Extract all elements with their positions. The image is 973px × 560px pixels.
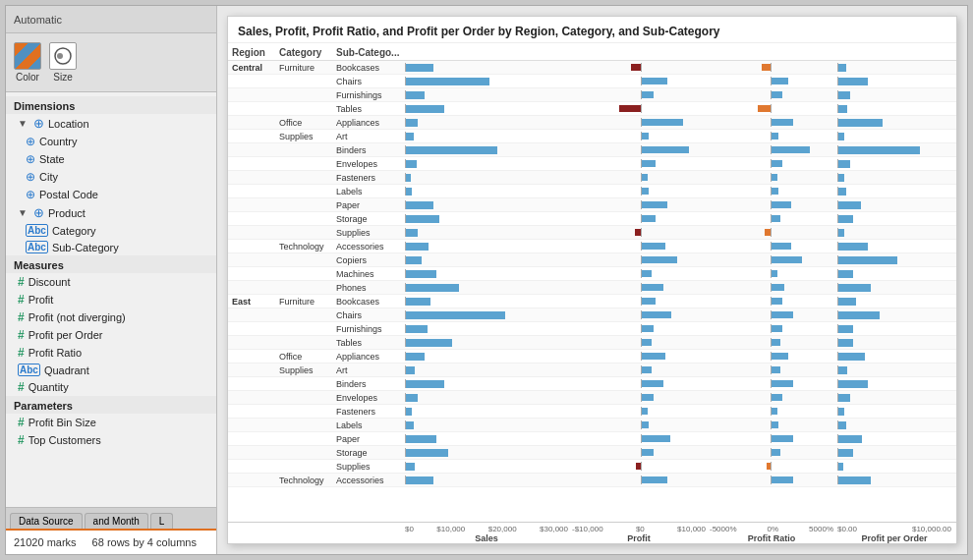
tab-data-source[interactable]: Data Source: [10, 513, 83, 529]
cell-subcat: Paper: [336, 434, 403, 444]
cell-ratio: [708, 364, 835, 375]
tab-l[interactable]: L: [150, 513, 174, 529]
sidebar-item-profit-not-diverging[interactable]: # Profit (not diverging): [6, 308, 216, 326]
cell-perorder: [835, 337, 953, 348]
cell-subcat: Envelopes: [336, 393, 403, 403]
cell-subcat: Storage: [336, 448, 403, 458]
sidebar-item-top-customers[interactable]: # Top Customers: [6, 431, 216, 449]
col-perorder-header: [835, 47, 953, 58]
sidebar-item-state[interactable]: ⊕ State: [6, 150, 216, 168]
cell-profit: [570, 117, 708, 128]
table-row: Tables: [228, 102, 956, 116]
state-label: State: [39, 153, 65, 165]
cell-sales: [403, 447, 570, 458]
perorder-axis-label: Profit per Order: [835, 533, 953, 543]
sidebar-item-profit-ratio[interactable]: # Profit Ratio: [6, 344, 216, 362]
cell-perorder: [835, 447, 953, 458]
sidebar-item-sub-category[interactable]: Abc Sub-Category: [6, 239, 216, 255]
expand-icon: ▼: [18, 207, 28, 218]
cell-perorder: [835, 131, 953, 141]
table-row: Office Appliances: [228, 116, 956, 130]
profit-per-order-label: Profit per Order: [29, 329, 103, 341]
cell-profit: [570, 406, 708, 417]
cell-ratio: [708, 241, 835, 252]
size-label: Size: [53, 72, 72, 83]
abc-icon: Abc: [26, 241, 48, 253]
cell-perorder: [835, 268, 953, 279]
ratio-axis-label: Profit Ratio: [708, 533, 835, 543]
cell-category: Technology: [279, 242, 336, 252]
cell-profit: [570, 420, 708, 430]
cell-perorder: [835, 62, 953, 73]
sidebar-item-city[interactable]: ⊕ City: [6, 168, 216, 186]
size-button[interactable]: Size: [49, 42, 77, 83]
cell-ratio: [708, 76, 835, 86]
postal-code-label: Postal Code: [39, 189, 98, 200]
cell-subcat: Phones: [336, 283, 403, 293]
tab-and-month[interactable]: and Month: [85, 513, 148, 529]
cell-profit: [570, 461, 708, 472]
location-group[interactable]: ▼ ⊕ Location: [6, 114, 216, 133]
table-row: Paper: [228, 198, 956, 212]
sidebar-item-country[interactable]: ⊕ Country: [6, 133, 216, 150]
sidebar-item-quadrant[interactable]: Abc Quadrant: [6, 362, 216, 378]
cell-ratio: [708, 392, 835, 403]
cell-ratio: [708, 254, 835, 265]
cell-subcat: Supplies: [336, 462, 403, 472]
toolbar-strip: Color Size: [6, 33, 216, 92]
cell-sales: [403, 186, 570, 196]
cell-profit: [570, 186, 708, 196]
chart-header-row: Region Category Sub-Catego...: [228, 43, 956, 61]
hash-icon: #: [18, 275, 25, 289]
sidebar-item-discount[interactable]: # Discount: [6, 273, 216, 291]
profit-not-diverging-label: Profit (not diverging): [29, 311, 126, 323]
cell-category: Supplies: [279, 365, 336, 375]
globe-icon: ⊕: [26, 152, 35, 166]
product-group[interactable]: ▼ ⊕ Product: [6, 203, 216, 222]
cell-subcat: Bookcases: [336, 297, 403, 307]
chart-panel: Sales, Profit, Profit Ratio, and Profit …: [227, 16, 957, 544]
tab-data-source-label: Data Source: [19, 516, 74, 527]
table-row: Binders: [228, 377, 956, 391]
table-row: Technology Accessories: [228, 240, 956, 253]
cell-sales: [403, 282, 570, 293]
cell-ratio: [708, 158, 835, 169]
color-button[interactable]: Color: [14, 42, 41, 83]
table-row: Supplies Art: [228, 364, 956, 377]
cell-ratio: [708, 475, 835, 485]
table-row: Fasteners: [228, 171, 956, 185]
sidebar-item-quantity[interactable]: # Quantity: [6, 378, 216, 396]
tab-bar: Data Source and Month L: [6, 507, 216, 529]
expand-icon: ▼: [18, 118, 28, 129]
cell-region: Central: [228, 63, 279, 73]
cell-profit: [570, 323, 708, 334]
sidebar-item-profit-bin-size[interactable]: # Profit Bin Size: [6, 414, 216, 431]
cell-sales: [403, 131, 570, 141]
cell-perorder: [835, 406, 953, 417]
cell-ratio: [708, 337, 835, 348]
cell-profit: [570, 378, 708, 389]
cell-perorder: [835, 323, 953, 334]
cell-subcat: Paper: [336, 200, 403, 210]
cell-subcat: Tables: [336, 104, 403, 114]
sidebar-item-profit-per-order[interactable]: # Profit per Order: [6, 326, 216, 344]
sidebar-item-postal-code[interactable]: ⊕ Postal Code: [6, 186, 216, 203]
cell-profit: [570, 433, 708, 444]
cell-sales: [403, 351, 570, 362]
cell-category: Technology: [279, 476, 336, 485]
abc-icon: Abc: [26, 224, 48, 237]
cell-profit: [570, 199, 708, 210]
cell-profit: [570, 103, 708, 114]
measures-header: Measures: [6, 255, 216, 273]
cell-subcat: Appliances: [336, 352, 403, 362]
sidebar-item-category[interactable]: Abc Category: [6, 222, 216, 239]
sidebar-item-profit[interactable]: # Profit: [6, 291, 216, 308]
parameters-header: Parameters: [6, 396, 216, 414]
cell-ratio: [708, 103, 835, 114]
cell-perorder: [835, 351, 953, 362]
left-panel: Automatic Color Size Dimensions: [6, 6, 217, 554]
cell-subcat: Art: [336, 365, 403, 375]
cell-perorder: [835, 254, 953, 265]
cell-ratio: [708, 186, 835, 196]
cell-subcat: Copiers: [336, 255, 403, 265]
